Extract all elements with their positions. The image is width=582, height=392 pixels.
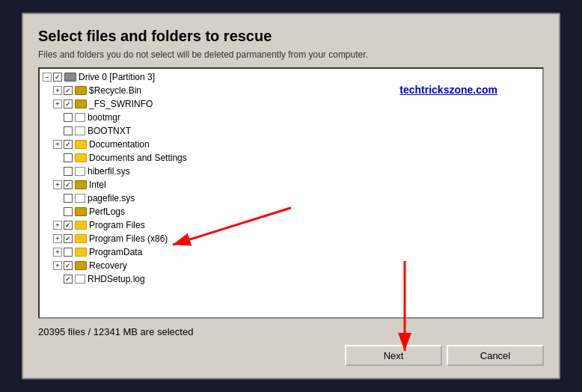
expand-btn[interactable]: +	[53, 221, 62, 230]
tree-checkbox[interactable]	[64, 99, 73, 108]
expand-btn[interactable]: +	[53, 86, 62, 95]
tree-item-label: Program Files (x86)	[89, 233, 168, 244]
tree-item[interactable]: pagefile.sys	[40, 192, 542, 205]
file-icon	[75, 194, 85, 203]
expand-btn[interactable]: +	[53, 248, 62, 257]
file-icon	[75, 275, 85, 284]
file-icon	[75, 167, 85, 176]
status-bar: 20395 files / 12341 MB are selected	[38, 325, 544, 339]
folder-icon	[75, 140, 87, 149]
tree-item-label: bootmgr	[88, 112, 120, 123]
folder-icon	[75, 234, 87, 243]
tree-item-label: $Recycle.Bin	[89, 85, 141, 96]
tree-checkbox[interactable]	[64, 275, 73, 284]
tree-item[interactable]: −Drive 0 [Partition 3]	[40, 70, 542, 84]
rescue-dialog: Select files and folders to rescue Files…	[22, 13, 560, 379]
tree-checkbox[interactable]	[64, 194, 73, 203]
next-button[interactable]: Next	[345, 345, 442, 366]
tree-item[interactable]: bootmgr	[40, 111, 542, 124]
folder-icon	[75, 248, 87, 257]
expand-btn[interactable]: +	[53, 234, 62, 243]
tree-item-label: Recovery	[89, 260, 127, 271]
tree-item[interactable]: hiberfil.sys	[40, 165, 542, 178]
tree-item[interactable]: +$Recycle.Bin	[40, 84, 542, 97]
expand-btn[interactable]: −	[43, 73, 52, 82]
tree-checkbox[interactable]	[64, 207, 73, 216]
tree-item-label: Documents and Settings	[89, 153, 187, 163]
tree-checkbox[interactable]	[53, 73, 62, 82]
tree-item-label: _FS_SWRINFO	[89, 99, 153, 109]
cancel-button[interactable]: Cancel	[447, 345, 544, 366]
tree-item-label: Intel	[89, 180, 106, 190]
tree-item-label: PerfLogs	[89, 206, 125, 217]
tree-item[interactable]: Documents and Settings	[40, 151, 542, 165]
file-tree-scroll[interactable]: −Drive 0 [Partition 3]+$Recycle.Bin+_FS_…	[40, 69, 542, 317]
tree-checkbox[interactable]	[64, 180, 73, 189]
tree-item-label: RHDSetup.log	[88, 274, 145, 284]
tree-item[interactable]: +_FS_SWRINFO	[40, 97, 542, 111]
file-tree-container: −Drive 0 [Partition 3]+$Recycle.Bin+_FS_…	[38, 67, 544, 319]
tree-checkbox[interactable]	[64, 113, 73, 122]
tree-checkbox[interactable]	[64, 221, 73, 230]
expand-btn[interactable]: +	[53, 261, 62, 270]
tree-item[interactable]: +Intel	[40, 178, 542, 192]
folder-icon	[75, 180, 87, 189]
folder-icon	[75, 221, 87, 230]
tree-checkbox[interactable]	[64, 167, 73, 176]
tree-checkbox[interactable]	[64, 248, 73, 257]
tree-item[interactable]: +Program Files	[40, 218, 542, 232]
tree-checkbox[interactable]	[64, 126, 73, 135]
dialog-subtitle: Files and folders you do not select will…	[38, 49, 544, 60]
tree-item-label: Documentation	[89, 139, 150, 150]
tree-checkbox[interactable]	[64, 153, 73, 162]
tree-item[interactable]: +Program Files (x86)	[40, 232, 542, 245]
tree-item-label: Drive 0 [Partition 3]	[79, 72, 155, 82]
tree-item-label: pagefile.sys	[88, 193, 135, 203]
tree-item[interactable]: PerfLogs	[40, 205, 542, 218]
tree-item[interactable]: +Documentation	[40, 138, 542, 151]
folder-icon	[75, 261, 87, 270]
tree-checkbox[interactable]	[64, 234, 73, 243]
tree-item-label: BOOTNXT	[88, 126, 131, 136]
tree-checkbox[interactable]	[64, 86, 73, 95]
expand-btn[interactable]: +	[53, 140, 62, 149]
tree-item-label: ProgramData	[89, 247, 142, 257]
tree-item-label: Program Files	[89, 220, 145, 230]
tree-item-label: hiberfil.sys	[88, 166, 130, 177]
folder-icon	[75, 153, 87, 162]
tree-item[interactable]: +Recovery	[40, 259, 542, 272]
expand-btn[interactable]: +	[53, 99, 62, 108]
dialog-title: Select files and folders to rescue	[38, 28, 544, 45]
folder-icon	[75, 99, 87, 108]
tree-checkbox[interactable]	[64, 261, 73, 270]
folder-icon	[75, 86, 87, 95]
button-row: Next Cancel	[38, 345, 544, 366]
expand-btn[interactable]: +	[53, 180, 62, 189]
tree-item[interactable]: +ProgramData	[40, 245, 542, 259]
tree-checkbox[interactable]	[64, 140, 73, 149]
drive-icon	[64, 73, 76, 82]
file-icon	[75, 113, 85, 122]
tree-item[interactable]: BOOTNXT	[40, 124, 542, 138]
tree-item[interactable]: RHDSetup.log	[40, 272, 542, 286]
folder-icon	[75, 207, 87, 216]
file-icon	[75, 126, 85, 135]
